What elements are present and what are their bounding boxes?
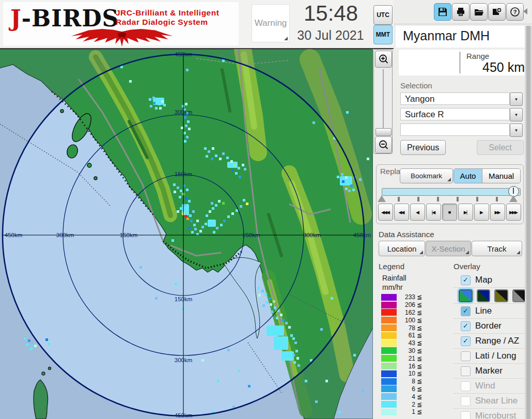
stop-button[interactable]: ■ — [442, 204, 457, 221]
checkbox[interactable] — [461, 396, 471, 406]
option-dropdown[interactable]: ▼ — [400, 123, 523, 137]
overlay-item-range-az[interactable]: ✓Range / AZ — [453, 334, 526, 349]
toolbar-collapse-arrow-icon[interactable] — [523, 8, 527, 14]
forward-button[interactable]: ▶▶ — [490, 204, 505, 221]
help-button[interactable]: ? — [506, 3, 524, 21]
timeline-end-marker[interactable] — [509, 195, 518, 202]
checkbox[interactable]: ✓ — [461, 275, 471, 285]
option-dropdown-value[interactable] — [400, 123, 510, 136]
timeline-tick — [398, 197, 400, 201]
product-dropdown[interactable]: Surface R ▼ — [400, 108, 523, 121]
clock-date: 30 Jul 2021 — [289, 28, 372, 43]
legend-color-swatch — [381, 409, 397, 415]
previous-button[interactable]: Previous — [400, 140, 446, 155]
lte-symbol: ≦ — [417, 339, 422, 347]
legend-row: 233≦ — [381, 293, 426, 301]
checkbox[interactable] — [461, 351, 471, 361]
overlay-item-line[interactable]: ✓Line — [453, 304, 526, 319]
radar-map[interactable]: 450km300km150km150km300km450km450km300km… — [0, 49, 373, 419]
zoom-in-button[interactable] — [375, 51, 392, 68]
overlay-item-wind[interactable]: Wind — [453, 379, 526, 394]
chevron-down-icon[interactable]: ▼ — [510, 108, 523, 121]
overlay-item-border[interactable]: ✓Border — [453, 319, 526, 334]
chevron-down-icon[interactable]: ▼ — [510, 123, 523, 137]
timeline-start-marker[interactable] — [378, 195, 386, 202]
replay-timeline-slider[interactable] — [382, 188, 521, 196]
print-icon — [456, 7, 466, 17]
help-icon: ? — [510, 7, 520, 17]
checkbox[interactable] — [461, 381, 471, 391]
auto-button[interactable]: Auto — [454, 169, 482, 183]
map-style-swatch-1[interactable] — [459, 289, 473, 302]
ring-label: 150km — [175, 296, 193, 302]
site-dropdown[interactable]: Yangon ▼ — [400, 92, 523, 106]
checkbox[interactable] — [461, 411, 471, 419]
play-reverse-button[interactable]: ◀ — [410, 204, 425, 221]
checkbox[interactable]: ✓ — [461, 336, 471, 346]
legend-row: 4≦ — [381, 393, 426, 400]
zoom-out-button[interactable] — [375, 136, 392, 153]
bookmark-button[interactable]: Bookmark — [400, 168, 453, 183]
step-back-button[interactable]: |◀ — [426, 204, 441, 221]
overlay-item-label: Map — [475, 275, 492, 285]
station-name: Myanmar DMH — [403, 28, 490, 43]
overlay-item-label: Range / AZ — [475, 336, 519, 346]
zoom-slider-track[interactable] — [383, 69, 384, 134]
legend-color-swatch — [381, 340, 397, 347]
ring-label: 450km — [5, 232, 23, 238]
forward-fast-button[interactable]: ▶▶▶ — [506, 204, 521, 221]
overlay-label: Overlay — [453, 262, 480, 271]
overlay-item-lati-long[interactable]: Lati / Long — [453, 349, 526, 364]
warning-button[interactable]: Warning — [252, 4, 290, 42]
map-style-swatch-2[interactable] — [477, 289, 491, 302]
rewind-fast-button[interactable]: ◀◀◀ — [378, 204, 393, 221]
checkbox[interactable] — [461, 366, 471, 376]
legend-color-swatch — [381, 309, 397, 316]
save-button[interactable] — [434, 3, 451, 21]
add-image-button[interactable] — [488, 3, 506, 21]
open-folder-icon — [474, 7, 484, 17]
x-section-button[interactable]: X-Section — [426, 241, 471, 256]
map-style-swatch-3[interactable] — [494, 289, 508, 302]
legend-label: Legend — [379, 262, 404, 271]
legend-value: 6 — [397, 385, 415, 393]
utc-button[interactable]: UTC — [373, 5, 393, 25]
rewind-button[interactable]: ◀◀ — [394, 204, 409, 221]
track-button[interactable]: Track — [472, 241, 522, 256]
ring-label: 450km — [353, 232, 371, 238]
legend-row: 2≦ — [381, 400, 426, 408]
location-button[interactable]: Location — [379, 241, 425, 256]
play-button[interactable]: ▶ — [474, 204, 489, 221]
overlay-item-shear-line[interactable]: Shear Line — [453, 394, 526, 409]
replay-mode-toggle: Auto Manual — [453, 168, 521, 183]
step-forward-button[interactable]: ▶| — [458, 204, 473, 221]
overlay-item-marker[interactable]: Marker — [453, 364, 526, 379]
overlay-item-map[interactable]: ✓Map — [453, 273, 526, 288]
panel-scrollbar[interactable] — [526, 26, 530, 419]
legend-color-swatch — [381, 401, 397, 408]
chevron-down-icon[interactable]: ▼ — [510, 92, 523, 106]
ring-label: 450km — [175, 51, 193, 57]
legend-value: 30 — [397, 347, 415, 354]
select-button[interactable]: Select — [477, 140, 524, 155]
legend-row: 21≦ — [381, 354, 426, 362]
legend-color-swatch — [381, 355, 397, 362]
timeline-tick — [457, 197, 459, 201]
checkbox[interactable]: ✓ — [461, 321, 471, 331]
timeline-tick — [476, 197, 478, 201]
range-value: 450 km — [460, 60, 525, 75]
print-button[interactable] — [452, 3, 470, 21]
site-dropdown-value[interactable]: Yangon — [400, 92, 510, 105]
legend-value: 1 — [397, 408, 415, 415]
manual-button[interactable]: Manual — [482, 169, 520, 183]
checkbox[interactable]: ✓ — [461, 306, 471, 316]
mmt-button[interactable]: MMT — [373, 25, 393, 44]
map-style-swatch-4[interactable] — [512, 289, 526, 302]
zoom-slider-thumb[interactable] — [375, 128, 392, 136]
legend-row: 16≦ — [381, 362, 426, 370]
overlay-item-label: Line — [475, 306, 492, 316]
overlay-item-microburst[interactable]: Microburst — [453, 409, 526, 419]
product-dropdown-value[interactable]: Surface R — [400, 108, 510, 120]
open-folder-button[interactable] — [470, 3, 488, 21]
legend-value: 8 — [397, 378, 415, 385]
